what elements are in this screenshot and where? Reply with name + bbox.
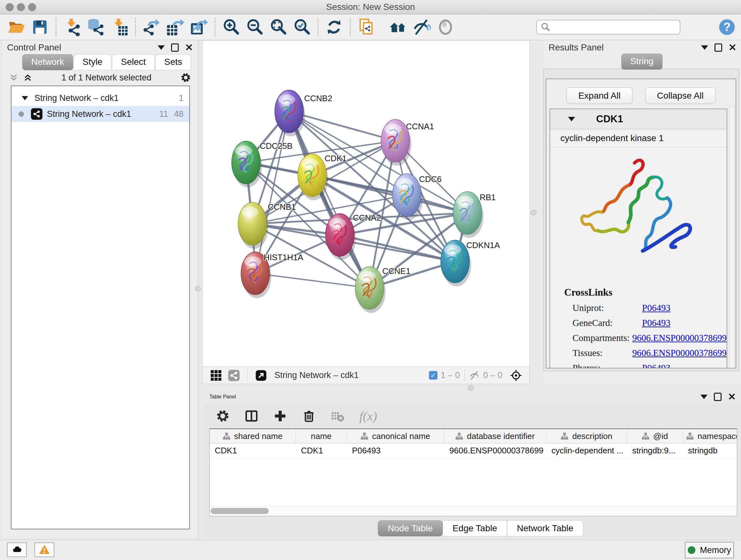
scrollbar-thumb[interactable]: [211, 508, 269, 514]
tab-network-table[interactable]: Network Table: [507, 520, 583, 537]
tab-string-results[interactable]: String: [621, 54, 663, 70]
right-splitter-handle[interactable]: [531, 210, 536, 215]
crosslink-compartments[interactable]: 9606.ENSP00000378699: [632, 333, 727, 343]
cell-shared-name[interactable]: CDK1: [210, 443, 296, 457]
birdseye-view-icon[interactable]: [509, 369, 523, 382]
crosslink-pharos[interactable]: P06493: [642, 363, 670, 368]
close-panel-icon[interactable]: ✕: [185, 43, 193, 52]
zoom-fit-button[interactable]: [268, 17, 288, 37]
selected-checkbox-icon[interactable]: ✓: [429, 371, 437, 380]
network-canvas[interactable]: CCNB2CCNA1CDC25BCDK1CDC6RB1CCNB1CCNA2CDK…: [203, 41, 529, 366]
crosslink-label: Tissues:: [572, 348, 632, 358]
cloud-status-button[interactable]: [7, 543, 27, 557]
column-header-description[interactable]: description: [546, 429, 627, 443]
cell-name[interactable]: CDK1: [296, 443, 347, 457]
node-CCNB2[interactable]: [275, 90, 305, 136]
float-panel-icon[interactable]: [700, 395, 708, 399]
maximize-panel-icon[interactable]: [171, 44, 179, 52]
close-panel-icon[interactable]: ✕: [729, 43, 737, 52]
memory-status-dot-icon: [688, 546, 695, 554]
network-collection-row[interactable]: String Network – cdk1 1: [11, 90, 189, 106]
protein-card-expander-icon[interactable]: [568, 117, 575, 121]
cell-description[interactable]: cyclin-dependent ...: [546, 443, 627, 457]
network-options-gear-icon[interactable]: [180, 72, 191, 83]
column-header-shared-name[interactable]: shared name: [210, 429, 296, 443]
network-type-icon: [31, 108, 43, 120]
column-header-canonical-name[interactable]: canonical name: [347, 429, 444, 443]
float-panel-icon[interactable]: [701, 45, 708, 50]
tab-network[interactable]: Network: [22, 54, 73, 70]
network-edge-count: 48: [168, 109, 184, 119]
detach-view-icon[interactable]: [254, 369, 268, 382]
maximize-panel-icon[interactable]: [714, 393, 722, 401]
crosslink-tissues[interactable]: 9606.ENSP00000378699: [632, 348, 727, 358]
cell-canonical-name[interactable]: P06493: [347, 443, 444, 457]
node-CCNB1[interactable]: [238, 202, 268, 249]
expand-all-button[interactable]: Expand All: [566, 87, 632, 104]
collapse-all-icon[interactable]: [9, 73, 18, 82]
node-RB1[interactable]: [453, 192, 483, 238]
first-neighbors-button[interactable]: [388, 17, 408, 37]
memory-button[interactable]: Memory: [685, 542, 734, 558]
cell-database-identifier[interactable]: 9606.ENSP00000378699: [444, 443, 546, 457]
grid-view-icon[interactable]: [209, 369, 223, 382]
search-input[interactable]: [553, 22, 676, 33]
export-network-button[interactable]: [142, 17, 161, 37]
node-CCNE1[interactable]: [355, 266, 386, 313]
network-share-view-icon[interactable]: [227, 369, 241, 382]
cell-namespace[interactable]: stringdb: [683, 443, 737, 457]
results-scrollbar[interactable]: [730, 107, 734, 368]
hide-selected-button[interactable]: [412, 17, 432, 37]
column-header-database-identifier[interactable]: database identifier: [444, 429, 546, 443]
protein-structure-image: [550, 147, 727, 285]
delete-column-icon[interactable]: [302, 409, 316, 423]
tab-select[interactable]: Select: [112, 54, 155, 70]
table-options-gear-icon[interactable]: [216, 409, 230, 423]
import-network-from-database-button[interactable]: [86, 17, 106, 37]
node-CDC6[interactable]: [393, 174, 423, 220]
column-header-namespace[interactable]: namespace: [683, 429, 737, 443]
crosslink-label: GeneCard:: [572, 318, 642, 328]
help-button[interactable]: ?: [718, 18, 736, 36]
zoom-selected-button[interactable]: [292, 17, 312, 37]
warning-status-button[interactable]: [35, 543, 54, 557]
node-CCNA2[interactable]: [326, 213, 356, 260]
tab-edge-table[interactable]: Edge Table: [443, 520, 507, 537]
float-panel-icon[interactable]: [158, 45, 165, 50]
apply-layout-button[interactable]: [324, 17, 344, 37]
zoom-in-button[interactable]: [221, 17, 241, 37]
save-session-button[interactable]: [30, 17, 50, 37]
tab-sets[interactable]: Sets: [155, 54, 191, 70]
zoom-out-button[interactable]: [245, 17, 265, 37]
table-row[interactable]: CDK1 CDK1 P06493 9606.ENSP00000378699 cy…: [210, 443, 737, 458]
export-image-button[interactable]: [189, 17, 209, 37]
control-panel-tabs: Network Style Select Sets: [22, 55, 198, 70]
tab-style[interactable]: Style: [74, 54, 111, 70]
show-columns-icon[interactable]: [245, 409, 259, 423]
cell-id[interactable]: stringdb:9...: [627, 443, 683, 457]
collapse-all-button[interactable]: Collapse All: [645, 87, 716, 104]
clone-network-button[interactable]: [356, 17, 376, 37]
open-session-button[interactable]: [6, 17, 26, 37]
network-row-selected[interactable]: String Network – cdk1 11 48: [11, 106, 189, 122]
crosslink-label: Pharos:: [572, 363, 642, 368]
import-table-button[interactable]: [110, 17, 129, 37]
show-all-button[interactable]: [435, 17, 455, 37]
crosslink-uniprot[interactable]: P06493: [642, 303, 670, 313]
edge-CCNE1-HIST1H1A[interactable]: [255, 273, 369, 288]
table-horizontal-scrollbar[interactable]: [210, 506, 737, 516]
import-network-icon: [63, 18, 81, 36]
bottom-splitter-handle[interactable]: [468, 385, 474, 391]
column-header-id[interactable]: @id: [627, 429, 683, 443]
column-header-name[interactable]: name: [296, 429, 347, 443]
collection-expander-icon[interactable]: [22, 96, 28, 100]
close-panel-icon[interactable]: ✕: [728, 392, 736, 401]
export-table-button[interactable]: [165, 17, 185, 37]
import-network-button[interactable]: [62, 17, 82, 37]
left-splitter-handle[interactable]: [195, 286, 201, 292]
crosslink-genecard[interactable]: P06493: [642, 318, 670, 328]
add-column-icon[interactable]: [273, 409, 287, 423]
expand-up-icon[interactable]: [23, 73, 32, 82]
maximize-panel-icon[interactable]: [715, 44, 722, 52]
tab-node-table[interactable]: Node Table: [378, 520, 443, 537]
